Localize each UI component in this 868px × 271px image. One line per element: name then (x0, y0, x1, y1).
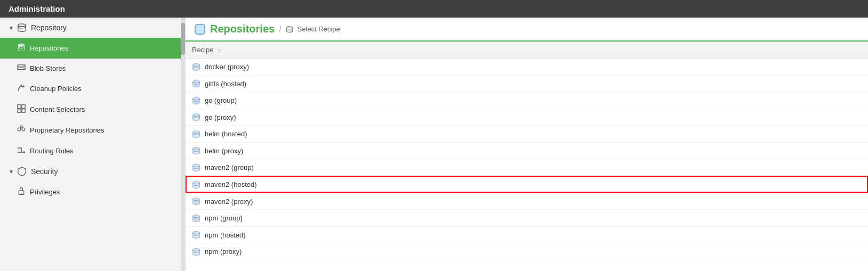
recipe-table: Recipe ↑ docker (proxy)gitlfs (hosted)go… (186, 42, 868, 260)
svg-point-23 (193, 181, 200, 184)
row-recipe-label: npm (proxy) (205, 248, 242, 256)
row-db-icon (192, 96, 200, 105)
table-row[interactable]: docker (proxy) (186, 59, 868, 76)
blob-stores-label: Blob Stores (30, 64, 66, 72)
row-db-icon (192, 130, 200, 138)
breadcrumb-title[interactable]: Repositories (210, 23, 275, 35)
breadcrumb-current-text: Select Recipe (298, 25, 340, 33)
svg-point-24 (193, 198, 200, 201)
table-row[interactable]: npm (proxy) (186, 243, 868, 260)
content-area: Repositories / Select Recipe Recipe ↑ (186, 18, 868, 271)
svg-point-5 (23, 68, 24, 69)
cleanup-icon (17, 84, 26, 94)
svg-point-19 (193, 114, 200, 117)
table-container: Recipe ↑ docker (proxy)gitlfs (hosted)go… (186, 42, 868, 271)
row-db-icon (192, 63, 200, 71)
row-recipe-label: gitlfs (hosted) (205, 80, 246, 88)
svg-rect-7 (22, 105, 25, 108)
row-db-icon (192, 197, 200, 206)
breadcrumb-bar: Repositories / Select Recipe (186, 18, 868, 42)
routing-icon (17, 146, 26, 156)
sidebar-item-privileges[interactable]: Privileges (0, 182, 185, 202)
proprietary-icon (17, 125, 26, 135)
row-recipe-label: helm (proxy) (205, 147, 243, 155)
svg-point-18 (193, 97, 200, 100)
row-recipe-label: maven2 (group) (205, 163, 254, 171)
sidebar-item-content-selectors[interactable]: Content Selectors (0, 99, 185, 120)
row-db-icon (192, 231, 200, 239)
table-row[interactable]: npm (hosted) (186, 226, 868, 243)
repository-db-icon (17, 23, 27, 32)
table-row[interactable]: maven2 (hosted) (186, 176, 868, 193)
row-recipe-label: maven2 (proxy) (205, 198, 253, 206)
column-header-recipe[interactable]: Recipe ↑ (186, 42, 868, 59)
sidebar-item-proprietary-repos[interactable]: Proprietary Repositories (0, 120, 185, 141)
svg-rect-13 (19, 191, 24, 194)
sidebar-item-blob-stores[interactable]: Blob Stores (0, 59, 185, 78)
row-db-icon (192, 163, 200, 172)
table-row[interactable]: go (proxy) (186, 109, 868, 126)
sidebar: ▼ Repository Repositories (0, 18, 186, 271)
table-row[interactable]: go (group) (186, 92, 868, 109)
table-row[interactable]: npm (group) (186, 210, 868, 227)
arrow-down-icon: ▼ (9, 25, 14, 31)
scrollbar-thumb[interactable] (181, 23, 185, 55)
table-header-row: Recipe ↑ (186, 42, 868, 59)
admin-header: Administration (0, 0, 868, 18)
svg-point-27 (193, 248, 200, 251)
sidebar-item-repositories[interactable]: Repositories (0, 38, 185, 59)
table-row[interactable]: helm (proxy) (186, 142, 868, 159)
svg-point-26 (193, 232, 200, 234)
breadcrumb-separator: / (279, 24, 281, 34)
table-row[interactable]: gitlfs (hosted) (186, 75, 868, 92)
sidebar-section-security-label: Security (31, 167, 58, 176)
row-recipe-label: helm (hosted) (205, 130, 247, 138)
svg-rect-9 (22, 109, 25, 112)
row-recipe-label: npm (hosted) (205, 231, 246, 239)
row-db-icon (192, 180, 200, 189)
row-recipe-label: go (proxy) (205, 113, 236, 121)
blob-stores-icon (17, 64, 26, 73)
proprietary-repos-label: Proprietary Repositories (30, 126, 104, 134)
table-row[interactable]: helm (hosted) (186, 126, 868, 143)
row-recipe-label: go (group) (205, 96, 237, 104)
svg-point-17 (193, 80, 200, 83)
row-db-icon (192, 79, 200, 88)
svg-point-21 (193, 147, 200, 150)
row-db-icon (192, 113, 200, 121)
sort-asc-icon: ↑ (218, 47, 220, 53)
table-row[interactable]: maven2 (group) (186, 159, 868, 176)
svg-point-1 (18, 44, 24, 46)
svg-point-11 (22, 128, 25, 131)
svg-point-22 (193, 165, 200, 167)
scrollbar-track[interactable] (181, 18, 185, 271)
sidebar-item-routing-rules[interactable]: Routing Rules (0, 141, 185, 161)
row-db-icon (192, 214, 200, 223)
sidebar-section-security[interactable]: ▼ Security (0, 161, 185, 182)
privileges-label: Privileges (30, 188, 60, 196)
repositories-icon (17, 43, 26, 53)
sidebar-section-repository-label: Repository (31, 23, 67, 32)
sidebar-section-repository[interactable]: ▼ Repository (0, 18, 185, 38)
row-recipe-label: maven2 (hosted) (205, 180, 257, 188)
svg-point-4 (23, 65, 24, 66)
svg-point-16 (193, 63, 200, 66)
row-db-icon (192, 146, 200, 155)
breadcrumb-current-icon (286, 26, 293, 33)
repositories-label: Repositories (30, 44, 68, 52)
sidebar-item-cleanup-policies[interactable]: Cleanup Policies (0, 78, 185, 99)
table-row[interactable]: maven2 (proxy) (186, 193, 868, 210)
svg-rect-8 (18, 109, 21, 112)
svg-rect-6 (18, 105, 21, 108)
row-recipe-label: npm (group) (205, 214, 243, 222)
content-selectors-label: Content Selectors (30, 105, 85, 113)
svg-point-20 (193, 130, 200, 133)
row-db-icon (192, 248, 200, 256)
svg-point-12 (20, 126, 22, 128)
row-recipe-label: docker (proxy) (205, 63, 249, 71)
svg-point-25 (193, 215, 200, 217)
svg-point-10 (18, 128, 21, 131)
admin-title: Administration (9, 4, 65, 13)
cleanup-policies-label: Cleanup Policies (30, 85, 82, 93)
content-selectors-icon (17, 104, 26, 114)
